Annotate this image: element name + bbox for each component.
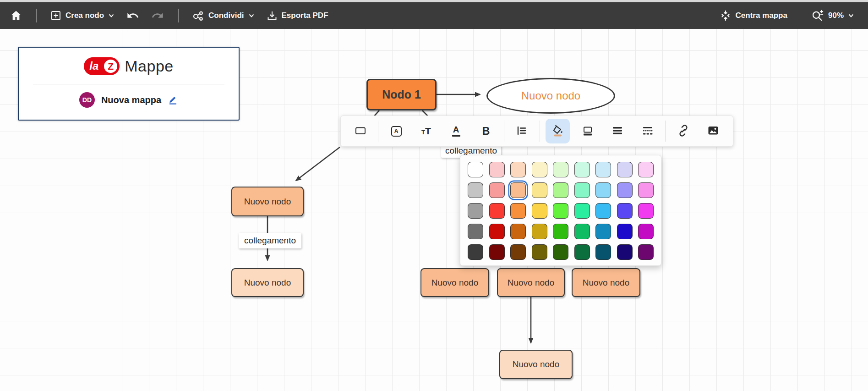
esporta-pdf-button[interactable]: Esporta PDF [263, 7, 332, 24]
color-swatch[interactable] [468, 203, 483, 219]
color-swatch[interactable] [595, 244, 611, 260]
color-swatch[interactable] [617, 244, 633, 260]
app-logo: la Z Mappe [84, 57, 173, 75]
shape-rect-icon [354, 124, 367, 138]
color-swatch[interactable] [489, 203, 505, 219]
color-swatch[interactable] [468, 224, 483, 239]
color-swatch[interactable] [510, 224, 526, 239]
node-mid-b[interactable]: Nuovo nodo [497, 268, 565, 297]
color-swatch[interactable] [595, 162, 611, 177]
node-left-top[interactable]: Nuovo nodo [231, 187, 304, 216]
app-toolbar: Crea nodo Condividi [0, 2, 868, 29]
color-swatch[interactable] [574, 162, 590, 177]
color-swatch[interactable] [617, 203, 633, 219]
share-icon [192, 10, 204, 22]
bold-button[interactable]: B [474, 119, 498, 143]
color-swatch[interactable] [638, 244, 654, 260]
node-ellipse[interactable]: Nuovo nodo [486, 78, 615, 114]
format-divider [504, 121, 504, 142]
color-swatch[interactable] [532, 224, 547, 239]
color-swatch[interactable] [638, 182, 654, 198]
color-swatch[interactable] [553, 224, 568, 239]
border-style-icon [641, 124, 654, 138]
condividi-button[interactable]: Condividi [189, 7, 258, 24]
color-swatch[interactable] [617, 182, 633, 198]
color-swatch[interactable] [595, 224, 611, 239]
color-swatch[interactable] [617, 162, 633, 177]
centra-mappa-button[interactable]: Centra mappa [716, 7, 791, 24]
color-swatch[interactable] [574, 244, 590, 260]
color-swatch[interactable] [595, 203, 611, 219]
text-color-icon: A [453, 126, 459, 134]
color-swatch[interactable] [489, 244, 505, 260]
color-swatch[interactable] [468, 244, 483, 260]
color-swatch[interactable] [553, 244, 568, 260]
add-node-icon [50, 10, 61, 21]
crea-nodo-label: Crea nodo [66, 11, 104, 20]
color-swatch[interactable] [532, 203, 547, 219]
text-background-button[interactable]: A [384, 119, 408, 143]
format-divider [378, 121, 378, 142]
color-swatch[interactable] [617, 224, 633, 239]
color-swatch[interactable] [468, 162, 483, 177]
color-swatch[interactable] [510, 162, 526, 177]
edge-label[interactable]: collegamento [239, 233, 301, 248]
border-style-button[interactable] [635, 119, 660, 143]
zoom-control[interactable]: 90% [808, 6, 858, 25]
text-color-button[interactable]: A [444, 119, 468, 143]
node-mid-a[interactable]: Nuovo nodo [420, 268, 489, 297]
format-toolbar: A TT A B [340, 116, 733, 147]
color-swatch[interactable] [638, 224, 654, 239]
color-swatch[interactable] [489, 162, 505, 177]
font-size-button[interactable]: TT [414, 119, 438, 143]
border-width-icon [611, 124, 624, 138]
crea-nodo-button[interactable]: Crea nodo [47, 7, 118, 24]
color-swatch[interactable] [510, 244, 526, 260]
color-swatch[interactable] [595, 182, 611, 198]
edit-title-button[interactable] [167, 94, 178, 106]
color-swatch[interactable] [574, 203, 590, 219]
esporta-pdf-label: Esporta PDF [282, 11, 328, 20]
shape-tool-button[interactable] [348, 119, 372, 143]
home-icon [10, 10, 22, 22]
image-button[interactable] [701, 119, 726, 143]
color-swatch[interactable] [574, 224, 590, 239]
color-swatch[interactable] [532, 162, 547, 177]
link-button[interactable] [671, 119, 695, 143]
redo-button[interactable] [147, 6, 168, 25]
format-divider [540, 121, 540, 142]
color-swatch[interactable] [553, 182, 568, 198]
undo-button[interactable] [123, 6, 143, 25]
color-swatch[interactable] [532, 182, 547, 198]
node-bottom[interactable]: Nuovo nodo [499, 350, 573, 379]
align-button[interactable] [510, 119, 534, 143]
border-color-button[interactable] [575, 119, 600, 143]
undo-icon [126, 9, 139, 22]
color-swatch[interactable] [553, 162, 568, 177]
image-icon [707, 124, 720, 138]
color-swatch[interactable] [574, 182, 590, 198]
node-mid-c[interactable]: Nuovo nodo [572, 268, 640, 297]
color-swatch[interactable] [468, 182, 483, 198]
map-title: Nuova mappa [101, 95, 161, 105]
color-swatch[interactable] [553, 203, 568, 219]
color-swatch[interactable] [489, 224, 505, 239]
color-swatch[interactable] [638, 162, 654, 177]
chevron-down-icon [108, 12, 115, 19]
border-width-button[interactable] [606, 119, 630, 143]
color-swatch[interactable] [489, 182, 505, 198]
home-button[interactable] [6, 7, 26, 24]
pencil-icon [167, 99, 178, 106]
color-swatch[interactable] [510, 182, 526, 198]
color-swatch[interactable] [638, 203, 654, 219]
color-swatch[interactable] [532, 244, 547, 260]
fill-color-button[interactable] [546, 119, 570, 143]
node-left-bottom[interactable]: Nuovo nodo [231, 268, 304, 297]
link-icon [677, 124, 690, 138]
card-divider [33, 84, 224, 84]
node-root[interactable]: Nodo 1 [366, 79, 437, 110]
font-size-icon: TT [421, 126, 431, 137]
avatar: DD [79, 92, 95, 108]
color-swatch[interactable] [510, 203, 526, 219]
redo-icon [151, 9, 164, 22]
